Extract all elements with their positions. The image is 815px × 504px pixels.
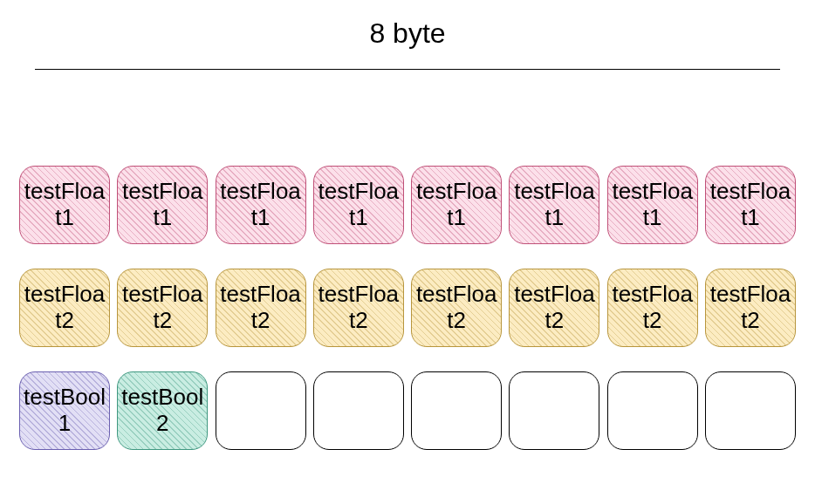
byte-cell: testFloat1: [216, 166, 306, 244]
byte-cell: testFloat1: [117, 166, 208, 244]
byte-cell: [705, 371, 796, 450]
cell-label: testFloat1: [216, 179, 305, 231]
byte-cell: testFloat2: [19, 269, 110, 347]
diagram-title: 8 byte: [9, 17, 806, 50]
cell-label: testFloat2: [706, 282, 795, 334]
byte-cell: testFloat1: [411, 166, 502, 244]
cell-label: testFloat1: [314, 179, 403, 231]
cell-label: testFloat1: [412, 179, 501, 231]
byte-cell: [411, 371, 502, 450]
byte-cell: testFloat1: [509, 166, 599, 244]
byte-cell: testFloat2: [313, 269, 404, 347]
cell-label: testFloat2: [118, 282, 207, 334]
byte-cell: testFloat2: [117, 269, 208, 347]
byte-cell: testFloat1: [313, 166, 404, 244]
byte-cell: testBool2: [117, 371, 208, 450]
byte-cell: testFloat2: [607, 269, 698, 347]
byte-cell: testFloat2: [411, 269, 502, 347]
byte-cell: testFloat2: [509, 269, 599, 347]
byte-cell: [216, 371, 306, 450]
cell-label: testFloat1: [20, 179, 109, 231]
byte-cell: testFloat1: [705, 166, 796, 244]
divider-line: [35, 69, 780, 70]
byte-cell: testFloat1: [607, 166, 698, 244]
byte-cell: [607, 371, 698, 450]
byte-row-1: testFloat2 testFloat2 testFloat2 testFlo…: [9, 269, 806, 347]
cell-label: testFloat2: [608, 282, 697, 334]
cell-label: testFloat1: [510, 179, 599, 231]
byte-cell: testFloat2: [705, 269, 796, 347]
byte-cell: [509, 371, 599, 450]
byte-cell: [313, 371, 404, 450]
cell-label: testFloat1: [706, 179, 795, 231]
cell-label: testFloat1: [118, 179, 207, 231]
byte-cell: testBool1: [19, 371, 110, 450]
cell-label: testFloat2: [510, 282, 599, 334]
cell-label: testFloat1: [608, 179, 697, 231]
cell-label: testBool1: [20, 385, 109, 437]
cell-label: testFloat2: [20, 282, 109, 334]
byte-row-0: testFloat1 testFloat1 testFloat1 testFlo…: [9, 166, 806, 244]
byte-row-2: testBool1 testBool2: [9, 371, 806, 450]
cell-label: testFloat2: [412, 282, 501, 334]
byte-cell: testFloat2: [216, 269, 306, 347]
byte-cell: testFloat1: [19, 166, 110, 244]
cell-label: testFloat2: [314, 282, 403, 334]
cell-label: testBool2: [118, 385, 207, 437]
cell-label: testFloat2: [216, 282, 305, 334]
